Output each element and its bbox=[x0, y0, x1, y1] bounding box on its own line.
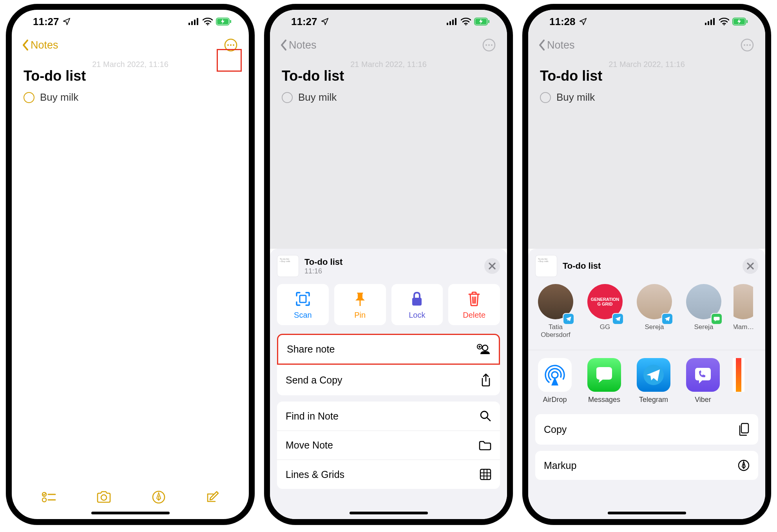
more-button bbox=[481, 37, 497, 53]
close-button[interactable] bbox=[743, 258, 758, 274]
pin-button[interactable]: Pin bbox=[334, 284, 386, 325]
note-title: To-do list bbox=[540, 68, 753, 84]
phone-screenshot-2: 11:27 Notes 21 March 2022, 11:16 To-do l… bbox=[264, 4, 513, 525]
phone-screenshot-3: 11:28 Notes 21 March 2022, 11:16 To-do l… bbox=[522, 4, 771, 525]
send-a-copy-row[interactable]: Send a Copy bbox=[277, 365, 500, 395]
sheet-thumbnail: To-do list• Buy milk bbox=[277, 255, 299, 277]
location-icon bbox=[321, 17, 329, 26]
sheet-title: To-do list bbox=[304, 257, 479, 267]
contact-name: GG bbox=[600, 323, 610, 331]
nav-bar: Notes bbox=[270, 33, 507, 57]
camera-button[interactable] bbox=[96, 491, 112, 503]
app-airdrop[interactable]: AirDrop bbox=[535, 358, 574, 404]
wifi-icon bbox=[461, 18, 471, 25]
svg-rect-22 bbox=[455, 18, 456, 25]
markup-row[interactable]: Markup bbox=[535, 451, 758, 480]
back-button: Notes bbox=[538, 39, 575, 51]
more-button[interactable] bbox=[223, 37, 239, 53]
svg-rect-21 bbox=[452, 20, 454, 25]
note-body[interactable]: To-do list Buy milk bbox=[12, 57, 249, 484]
app-label: Telegram bbox=[639, 396, 668, 404]
nav-bar: Notes bbox=[12, 33, 249, 57]
telegram-badge-icon bbox=[612, 313, 624, 325]
copy-label: Copy bbox=[544, 424, 567, 435]
pin-label: Pin bbox=[354, 311, 366, 320]
svg-point-29 bbox=[488, 44, 490, 46]
location-icon bbox=[62, 17, 71, 26]
status-bar: 11:28 bbox=[528, 10, 765, 33]
share-contacts-row[interactable]: Tatia Obersdorf GENERATIONG GRID GG Sere… bbox=[536, 284, 758, 339]
todo-row: Buy milk bbox=[282, 91, 495, 103]
contact-item[interactable]: GENERATIONG GRID GG bbox=[585, 284, 625, 339]
checkbox-icon[interactable] bbox=[24, 92, 34, 103]
note-body: To-do list Buy milk bbox=[270, 57, 507, 249]
contact-name: Mam… bbox=[734, 323, 753, 331]
svg-point-11 bbox=[233, 44, 234, 46]
app-more[interactable] bbox=[733, 358, 744, 404]
airdrop-icon bbox=[538, 358, 572, 392]
svg-rect-0 bbox=[188, 23, 190, 25]
svg-rect-48 bbox=[705, 23, 706, 25]
back-label: Notes bbox=[289, 39, 317, 51]
svg-rect-3 bbox=[197, 18, 198, 25]
checklist-button[interactable] bbox=[42, 491, 56, 503]
copy-row[interactable]: Copy bbox=[535, 414, 758, 445]
scan-button[interactable]: Scan bbox=[277, 284, 329, 325]
home-indicator[interactable] bbox=[91, 512, 170, 514]
todo-text: Buy milk bbox=[556, 91, 595, 103]
svg-rect-49 bbox=[708, 21, 709, 25]
home-indicator[interactable] bbox=[350, 512, 428, 514]
svg-point-9 bbox=[227, 44, 229, 46]
messages-icon bbox=[587, 358, 621, 392]
share-apps-row[interactable]: AirDrop Messages Telegram Viber bbox=[535, 358, 758, 404]
svg-rect-33 bbox=[412, 298, 422, 306]
delete-button[interactable]: Delete bbox=[448, 284, 500, 325]
svg-rect-43 bbox=[480, 469, 491, 480]
note-title[interactable]: To-do list bbox=[24, 68, 237, 84]
location-icon bbox=[579, 17, 587, 26]
share-note-label: Share note bbox=[287, 344, 335, 355]
svg-line-34 bbox=[473, 297, 473, 304]
svg-point-52 bbox=[723, 24, 724, 25]
lock-button[interactable]: Lock bbox=[391, 284, 443, 325]
delete-label: Delete bbox=[463, 311, 485, 320]
contact-item[interactable]: Tatia Obersdorf bbox=[536, 284, 575, 339]
status-bar: 11:27 bbox=[12, 10, 249, 33]
markup-pen-button[interactable] bbox=[152, 490, 165, 504]
contact-item[interactable]: Sereja bbox=[684, 284, 723, 339]
close-button[interactable] bbox=[484, 258, 500, 274]
find-in-note-row[interactable]: Find in Note bbox=[277, 402, 500, 431]
app-telegram[interactable]: Telegram bbox=[634, 358, 673, 404]
share-note-row[interactable]: Share note bbox=[278, 335, 499, 364]
telegram-icon bbox=[637, 358, 670, 392]
search-icon bbox=[480, 410, 491, 422]
back-button[interactable]: Notes bbox=[22, 39, 58, 51]
viber-icon bbox=[686, 358, 720, 392]
app-label: Viber bbox=[695, 396, 711, 404]
battery-charging-icon bbox=[474, 18, 490, 25]
svg-point-4 bbox=[207, 24, 208, 25]
app-label: Messages bbox=[588, 396, 620, 404]
app-messages[interactable]: Messages bbox=[585, 358, 624, 404]
home-indicator[interactable] bbox=[608, 512, 686, 514]
add-people-icon bbox=[477, 344, 490, 355]
lines-grids-row[interactable]: Lines & Grids bbox=[277, 460, 500, 489]
markup-pen-icon bbox=[738, 460, 750, 471]
nav-bar: Notes bbox=[528, 33, 765, 57]
svg-point-59 bbox=[749, 44, 751, 46]
svg-line-36 bbox=[475, 297, 476, 304]
svg-rect-7 bbox=[230, 20, 231, 23]
status-bar: 11:27 bbox=[270, 10, 507, 33]
contact-item[interactable]: Sereja bbox=[635, 284, 674, 339]
app-viber[interactable]: Viber bbox=[683, 358, 723, 404]
svg-point-13 bbox=[42, 498, 46, 502]
todo-row[interactable]: Buy milk bbox=[24, 91, 237, 103]
send-copy-label: Send a Copy bbox=[286, 375, 342, 386]
svg-rect-32 bbox=[359, 300, 360, 306]
todo-row: Buy milk bbox=[540, 91, 753, 103]
contact-item[interactable]: Mam… bbox=[734, 284, 753, 339]
todo-text[interactable]: Buy milk bbox=[40, 91, 78, 103]
move-note-row[interactable]: Move Note bbox=[277, 431, 500, 460]
compose-button[interactable] bbox=[205, 490, 219, 504]
grid-icon bbox=[480, 469, 491, 480]
